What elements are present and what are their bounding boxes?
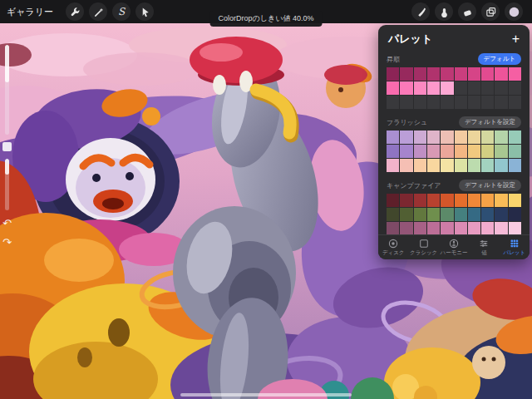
tab-palettes-grid[interactable]: パレット — [500, 235, 530, 259]
color-swatch[interactable] — [414, 67, 426, 81]
color-swatch[interactable] — [427, 96, 440, 109]
color-swatch[interactable] — [455, 131, 467, 144]
color-swatch[interactable] — [455, 67, 467, 81]
color-swatch[interactable] — [441, 131, 453, 144]
color-swatch[interactable] — [455, 81, 467, 95]
actions-button[interactable] — [66, 2, 84, 21]
color-swatch[interactable] — [427, 194, 440, 207]
color-swatch[interactable] — [495, 81, 507, 95]
color-swatch[interactable] — [387, 131, 399, 144]
home-indicator[interactable] — [180, 393, 352, 397]
color-swatch[interactable] — [400, 67, 412, 81]
gallery-button[interactable]: ギャラリー — [7, 6, 53, 18]
tab-harmony[interactable]: ハーモニー — [439, 235, 469, 259]
color-swatch[interactable] — [414, 159, 426, 172]
erase-button[interactable] — [458, 2, 476, 21]
color-swatch[interactable] — [455, 145, 467, 158]
color-swatch[interactable] — [387, 81, 399, 95]
color-swatch[interactable] — [387, 145, 399, 158]
color-swatch[interactable] — [509, 96, 521, 109]
color-swatch[interactable] — [441, 145, 453, 158]
color-swatch[interactable] — [414, 145, 426, 158]
color-swatch[interactable] — [481, 96, 494, 109]
color-swatch[interactable] — [414, 131, 426, 144]
color-swatch[interactable] — [495, 67, 507, 81]
color-swatch[interactable] — [495, 96, 507, 109]
paint-brush-button[interactable] — [411, 2, 430, 21]
color-swatch[interactable] — [427, 81, 440, 95]
brush-size-slider[interactable] — [5, 45, 9, 135]
color-swatch[interactable] — [509, 145, 521, 158]
color-swatch[interactable] — [481, 194, 494, 207]
color-swatch[interactable] — [455, 159, 467, 172]
color-swatch[interactable] — [441, 81, 453, 95]
color-swatch[interactable] — [468, 131, 480, 144]
color-swatch[interactable] — [427, 145, 440, 158]
color-swatch[interactable] — [414, 208, 426, 221]
color-swatch[interactable] — [414, 222, 426, 235]
color-swatch[interactable] — [427, 131, 440, 144]
color-swatch[interactable] — [468, 145, 480, 158]
color-swatch[interactable] — [414, 96, 426, 109]
undo-button[interactable]: ↶ — [2, 216, 12, 229]
color-swatch[interactable] — [481, 67, 494, 81]
modify-button[interactable] — [2, 142, 12, 151]
color-swatch[interactable] — [468, 67, 480, 81]
transform-button[interactable] — [135, 2, 154, 21]
color-swatch[interactable] — [495, 145, 507, 158]
color-swatch[interactable] — [468, 81, 480, 95]
color-swatch[interactable] — [455, 222, 467, 235]
opacity-slider[interactable] — [5, 159, 9, 210]
color-swatch[interactable] — [441, 208, 453, 221]
color-swatch[interactable] — [441, 159, 453, 172]
tab-disc[interactable]: ディスク — [378, 235, 408, 259]
color-swatch[interactable] — [481, 222, 494, 235]
color-swatch[interactable] — [495, 222, 507, 235]
color-swatch[interactable] — [468, 222, 480, 235]
color-swatch[interactable] — [455, 194, 467, 207]
color-swatch[interactable] — [455, 208, 467, 221]
set-default-button[interactable]: デフォルトを設定 — [459, 116, 521, 128]
color-swatch[interactable] — [468, 208, 480, 221]
color-swatch[interactable] — [495, 159, 507, 172]
color-swatch[interactable] — [441, 96, 453, 109]
color-swatch[interactable] — [414, 194, 426, 207]
color-swatch[interactable] — [509, 159, 521, 172]
color-swatch[interactable] — [400, 194, 412, 207]
color-swatch[interactable] — [441, 194, 453, 207]
color-swatch[interactable] — [400, 208, 412, 221]
color-swatch[interactable] — [414, 81, 426, 95]
smudge-button[interactable] — [435, 2, 453, 21]
color-swatch[interactable] — [495, 194, 507, 207]
selection-button[interactable]: S — [112, 2, 131, 21]
color-swatch[interactable] — [509, 67, 521, 81]
color-swatch[interactable] — [495, 131, 507, 144]
color-swatch[interactable] — [509, 194, 521, 207]
set-default-button[interactable]: デフォルトを設定 — [459, 180, 521, 191]
color-swatch[interactable] — [455, 96, 467, 109]
color-swatch[interactable] — [387, 159, 399, 172]
color-swatch[interactable] — [400, 96, 412, 109]
color-swatch[interactable] — [400, 131, 412, 144]
color-swatch[interactable] — [387, 208, 399, 221]
redo-button[interactable]: ↷ — [2, 235, 12, 249]
color-swatch[interactable] — [509, 131, 521, 144]
color-swatch[interactable] — [481, 159, 494, 172]
color-swatch[interactable] — [400, 222, 412, 235]
adjustments-button[interactable] — [89, 2, 107, 21]
color-swatch[interactable] — [427, 67, 440, 81]
color-swatch[interactable] — [427, 159, 440, 172]
color-swatch[interactable] — [481, 208, 494, 221]
color-swatch[interactable] — [495, 208, 507, 221]
color-swatch[interactable] — [427, 222, 440, 235]
color-swatch[interactable] — [509, 208, 521, 221]
tab-value[interactable]: 値 — [469, 235, 499, 259]
color-swatch[interactable] — [400, 145, 412, 158]
color-swatch[interactable] — [509, 81, 521, 95]
color-swatch[interactable] — [441, 222, 453, 235]
color-swatch[interactable] — [441, 67, 453, 81]
color-swatch[interactable] — [509, 222, 521, 235]
add-palette-button[interactable]: + — [512, 32, 520, 46]
color-swatch[interactable] — [468, 159, 480, 172]
color-swatch[interactable] — [468, 194, 480, 207]
